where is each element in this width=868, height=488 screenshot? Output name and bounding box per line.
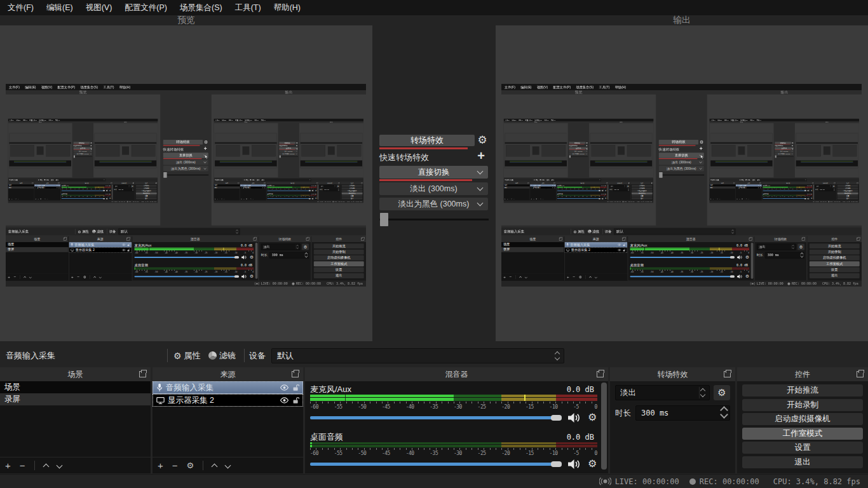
move-source-down-icon[interactable] [225, 463, 231, 469]
scenes-dock-title: 场景 [8, 182, 34, 184]
channel-gear-icon[interactable]: ⚙ [588, 412, 597, 423]
source-toolbar: 音频输入采集 ⚙ 属性 滤镜 设备 默认 [214, 179, 363, 182]
duration-spinner-icon [799, 252, 804, 257]
tbar-slider[interactable] [379, 219, 489, 220]
device-select-value: 默认 [552, 179, 554, 181]
dock-popout-icon[interactable] [857, 371, 864, 377]
speaker-icon[interactable] [567, 412, 581, 423]
volume-slider-handle[interactable] [551, 415, 562, 421]
tbar-handle[interactable] [380, 213, 388, 226]
properties-label: 属性 [245, 179, 248, 181]
settings-button[interactable]: 设置 [742, 442, 863, 454]
preview-pane: 文件(F) 编辑(E) 视图(V) 配置文件(P) 场景集合(S) 工具(T) … [501, 95, 656, 226]
volume-slider[interactable] [310, 416, 562, 419]
dock-popout-icon[interactable] [724, 371, 731, 377]
add-scene-icon[interactable]: + [5, 458, 11, 473]
channel-gear-icon: ⚙ [745, 274, 749, 278]
unlock-icon[interactable] [292, 384, 299, 391]
remove-scene-icon[interactable]: − [20, 458, 25, 473]
live-time: LIVE: 00:00:00 [114, 201, 125, 202]
transition-select: 淡出 [261, 244, 301, 250]
meter-tickmarks [310, 402, 597, 403]
dock-popout-icon[interactable] [597, 371, 604, 377]
duration-spinner-icon [304, 252, 308, 257]
start-recording-button[interactable]: 开始录制 [742, 399, 863, 411]
start-streaming-button: 开始推流 [342, 185, 363, 187]
filters-button[interactable]: 滤镜 [208, 346, 236, 365]
volume-slider-handle[interactable] [551, 461, 562, 467]
output-pane[interactable]: 文件(F) 编辑(E) 视图(V) 配置文件(P) 场景集合(S) 工具(T) … [496, 25, 868, 341]
output-pane: 文件(F) 编辑(E) 视图(V) 配置文件(P) 场景集合(S) 工具(T) … [707, 95, 862, 226]
source-row-display-capture[interactable]: 显示器采集 2 [153, 394, 303, 407]
chevron-down-icon [477, 185, 484, 191]
volume-slider-handle [730, 256, 735, 259]
menu-file[interactable]: 文件(F) [1, 0, 40, 15]
menu-scene-collection[interactable]: 场景集合(S) [173, 0, 229, 15]
transition-active-bar [163, 145, 200, 146]
quick-transition-cut-label: 直接切换 [179, 154, 193, 158]
device-label: 设备 [51, 179, 53, 182]
transition-properties-gear-icon[interactable]: ⚙ [714, 385, 730, 400]
volume-slider-handle [599, 198, 600, 200]
channel-gear-icon: ⚙ [605, 198, 606, 200]
move-source-up-icon [746, 199, 747, 200]
live-signal-icon [111, 201, 113, 202]
source-toolbar: 音频输入采集 ⚙ 属性 滤镜 设备 默认 [0, 346, 868, 365]
studio-mode-button[interactable]: 工作室模式 [742, 428, 863, 440]
duration-spinner-icon[interactable] [719, 406, 729, 419]
scene-row[interactable]: 场景 [0, 381, 151, 393]
properties-label: 属性 [578, 229, 585, 234]
selected-source-name: 音频输入采集 [710, 179, 719, 182]
status-bar: LIVE: 00:00:00 REC: 00:00:00 CPU: 3.4%, … [504, 200, 653, 203]
add-quick-transition-icon[interactable]: + [475, 149, 487, 163]
dock-popout-icon [133, 182, 134, 184]
meter-scale: -60-55-50-45-40-35-30-25-20-15-10-50 [62, 188, 111, 189]
menu-edit[interactable]: 编辑(E) [40, 0, 79, 15]
dock-popout-icon[interactable] [139, 371, 146, 377]
dock-popout-icon[interactable] [292, 371, 299, 377]
quick-transition-cut: 直接切换 [659, 152, 704, 158]
source-properties-icon[interactable]: ⚙ [187, 458, 194, 473]
eye-icon[interactable] [280, 384, 289, 391]
transition-gear-icon[interactable]: ⚙ [475, 133, 489, 147]
quick-transition-fade-black[interactable]: 淡出为黑色 (300ms) [379, 198, 488, 210]
output-pane-label: 输出 [212, 90, 366, 95]
move-scene-down-icon[interactable] [56, 463, 62, 469]
properties-button[interactable]: ⚙ 属性 [173, 346, 201, 365]
add-quick-transition-icon: + [585, 144, 587, 147]
filters-icon [588, 230, 591, 233]
quick-transition-cut[interactable]: 直接切换 [379, 166, 488, 179]
unlock-icon[interactable] [292, 396, 299, 404]
preview-pane[interactable]: 文件(F) 编辑(E) 视图(V) 配置文件(P) 场景集合(S) 工具(T) … [0, 25, 372, 341]
exit-button[interactable]: 退出 [742, 456, 863, 468]
gear-icon: ⚙ [740, 179, 741, 181]
transition-select-value: 淡出 [759, 244, 765, 250]
select-spinner-icon [334, 186, 336, 187]
volume-slider[interactable] [310, 463, 562, 466]
start-virtual-camera-button[interactable]: 启动虚拟摄像机 [742, 413, 863, 425]
transition-select[interactable]: 淡出 [615, 385, 710, 400]
controls-dock-header: 控件 [808, 236, 862, 242]
mixer-scrollbar[interactable] [601, 383, 607, 470]
device-select[interactable]: 默认 [271, 348, 564, 363]
source-row-audio-input[interactable]: 音频输入采集 [153, 381, 303, 394]
remove-source-icon[interactable]: − [172, 458, 178, 473]
scene-row[interactable]: 录屏 [0, 393, 151, 405]
transitions-dock: 转场特效 淡出 ⚙ 时长 300 ms [754, 236, 806, 280]
transition-button[interactable]: 转场特效 [379, 135, 475, 146]
add-source-icon[interactable]: + [158, 458, 163, 473]
start-recording-button: 开始录制 [136, 187, 157, 189]
start-streaming-button[interactable]: 开始推流 [742, 384, 863, 396]
duration-input[interactable]: 300 ms [635, 405, 730, 421]
menu-help[interactable]: 帮助(H) [268, 0, 307, 15]
menu-tools[interactable]: 工具(T) [229, 0, 268, 15]
speaker-icon[interactable] [567, 459, 581, 470]
dock-popout-icon [628, 182, 630, 184]
channel-gear-icon[interactable]: ⚙ [588, 458, 597, 470]
menu-view[interactable]: 视图(V) [79, 0, 119, 15]
move-scene-up-icon[interactable] [43, 464, 49, 470]
quick-transition-fade[interactable]: 淡出 (300ms) [379, 182, 488, 195]
eye-icon[interactable] [280, 397, 289, 403]
menu-profile[interactable]: 配置文件(P) [118, 0, 173, 15]
move-source-up-icon[interactable] [212, 464, 218, 470]
